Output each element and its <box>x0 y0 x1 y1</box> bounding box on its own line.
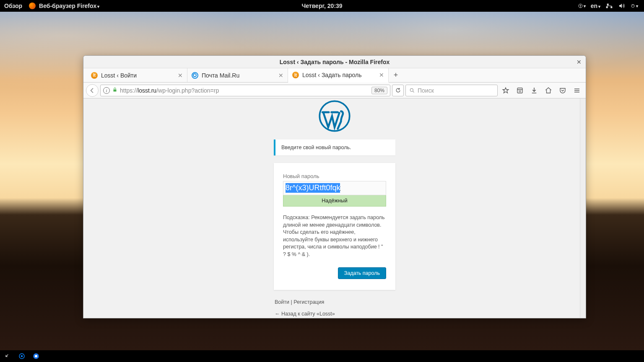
zoom-level[interactable]: 80% <box>371 87 387 94</box>
tab-losst-login[interactable]: lt Losst ‹ Войти ✕ <box>87 68 187 82</box>
hamburger-menu-icon[interactable] <box>571 84 583 97</box>
svg-rect-3 <box>606 6 608 8</box>
auth-nav-links: Войти | Регистрация <box>274 299 395 305</box>
back-to-site-link[interactable]: ← Назад к сайту «Losst» <box>274 311 395 317</box>
accessibility-icon[interactable] <box>578 2 586 10</box>
svg-point-8 <box>410 88 413 91</box>
network-icon[interactable] <box>605 2 613 10</box>
tab-label: Losst ‹ Войти <box>101 72 137 79</box>
gnome-bottom-panel <box>0 350 644 362</box>
tab-close-button[interactable]: ✕ <box>278 72 283 79</box>
wordpress-logo-icon[interactable] <box>319 100 351 132</box>
svg-line-9 <box>413 91 414 92</box>
set-password-button[interactable]: Задать пароль <box>338 267 386 279</box>
register-link[interactable]: Регистрация <box>293 299 324 305</box>
tab-label: Losst ‹ Задать пароль <box>302 72 361 78</box>
gnome-top-panel: Обзор Веб-браузер Firefox Четверг, 20:39… <box>0 0 644 12</box>
info-message-text: Введите свой новый пароль. <box>281 145 351 150</box>
tab-close-button[interactable]: ✕ <box>379 72 384 78</box>
scrollbar[interactable] <box>580 98 586 318</box>
window-close-button[interactable]: ✕ <box>576 59 582 65</box>
site-info-icon[interactable]: i <box>103 87 110 94</box>
power-icon[interactable] <box>631 2 638 10</box>
page-content: Введите свой новый пароль. Новый пароль … <box>83 98 586 318</box>
favicon-losst-icon: lt <box>91 72 98 79</box>
window-title: Losst ‹ Задать пароль - Mozilla Firefox <box>280 59 390 65</box>
url-bar[interactable]: i https://losst.ru/wp-login.php?action=r… <box>100 85 390 96</box>
activities-button[interactable]: Обзор <box>4 3 22 9</box>
svg-point-21 <box>35 355 37 357</box>
reload-button[interactable] <box>392 85 404 96</box>
new-password-input[interactable] <box>283 181 386 195</box>
back-button[interactable] <box>86 84 99 97</box>
pocket-icon[interactable] <box>556 84 569 97</box>
svg-rect-2 <box>607 4 609 5</box>
window-titlebar[interactable]: Losst ‹ Задать пароль - Mozilla Firefox … <box>83 56 586 68</box>
tab-losst-resetpw[interactable]: lt Losst ‹ Задать пароль ✕ <box>288 68 389 83</box>
favicon-mailru-icon <box>192 72 198 79</box>
volume-icon[interactable] <box>618 2 626 10</box>
svg-rect-10 <box>517 88 522 93</box>
url-text: https://losst.ru/wp-login.php?action=rp <box>120 87 369 94</box>
svg-rect-7 <box>114 90 117 92</box>
tab-mailru[interactable]: Почта Mail.Ru ✕ <box>187 68 288 82</box>
svg-rect-4 <box>610 6 612 8</box>
show-desktop-button[interactable] <box>3 352 12 360</box>
firefox-window: Losst ‹ Задать пароль - Mozilla Firefox … <box>83 55 586 318</box>
new-tab-button[interactable]: + <box>389 68 403 82</box>
keyboard-layout[interactable]: en <box>591 3 600 9</box>
svg-point-19 <box>21 355 23 357</box>
app-menu[interactable]: Веб-браузер Firefox <box>39 3 99 9</box>
bookmark-star-icon[interactable] <box>499 84 512 97</box>
library-icon[interactable] <box>514 84 526 97</box>
password-strength-meter: Надёжный <box>283 195 386 207</box>
taskbar-app-1[interactable] <box>18 352 26 360</box>
password-label: Новый пароль <box>283 173 386 179</box>
firefox-icon <box>29 3 36 9</box>
clock[interactable]: Четверг, 20:39 <box>301 3 342 9</box>
tab-label: Почта Mail.Ru <box>202 72 239 79</box>
search-placeholder: Поиск <box>418 87 434 94</box>
downloads-icon[interactable] <box>528 84 540 97</box>
svg-point-1 <box>580 5 580 5</box>
lock-icon <box>112 87 117 93</box>
password-hint: Подсказка: Рекомендуется задать пароль д… <box>283 214 386 258</box>
info-message: Введите свой новый пароль. <box>274 140 395 155</box>
login-link[interactable]: Войти <box>275 299 289 305</box>
favicon-losst-icon: lt <box>292 72 299 78</box>
navigation-toolbar: i https://losst.ru/wp-login.php?action=r… <box>83 83 586 98</box>
search-bar[interactable]: Поиск <box>405 85 498 96</box>
home-icon[interactable] <box>542 84 555 97</box>
reset-password-form: Новый пароль 8r^(x3)URtft0fqk Надёжный П… <box>274 163 395 290</box>
tabstrip: lt Losst ‹ Войти ✕ Почта Mail.Ru ✕ lt Lo… <box>83 68 586 83</box>
tab-close-button[interactable]: ✕ <box>178 72 183 79</box>
taskbar-app-2[interactable] <box>32 352 40 360</box>
search-icon <box>409 88 415 93</box>
